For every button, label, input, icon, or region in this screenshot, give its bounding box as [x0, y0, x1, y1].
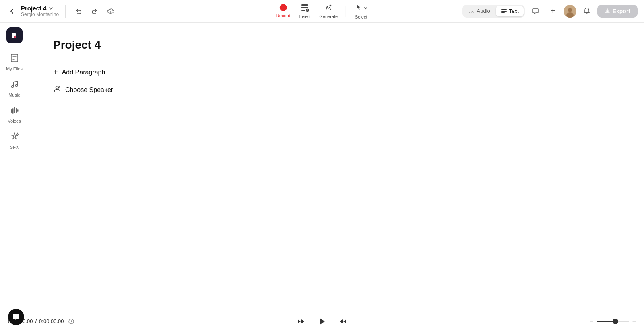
add-collaborator-button[interactable]: +	[546, 4, 560, 18]
svg-point-8	[568, 8, 572, 12]
notifications-button[interactable]	[580, 4, 594, 18]
chat-icon	[531, 7, 539, 15]
rewind-icon	[296, 317, 306, 326]
project-heading: Project 4	[53, 39, 620, 51]
sidebar: My Files Music V	[0, 23, 29, 309]
undo-icon	[75, 8, 82, 15]
undo-button[interactable]	[72, 5, 85, 18]
sidebar-item-myfiles[interactable]: My Files	[2, 50, 27, 74]
time-separator: /	[35, 318, 37, 324]
svg-point-20	[56, 86, 59, 89]
text-mode-button[interactable]: Text	[496, 6, 524, 16]
add-paragraph-label: Add Paragraph	[62, 69, 105, 76]
select-arrow-icon	[364, 6, 368, 10]
svg-rect-6	[501, 12, 505, 13]
export-button[interactable]: Export	[597, 5, 638, 18]
chat-button[interactable]	[528, 4, 543, 18]
svg-rect-15	[11, 109, 12, 113]
myfiles-icon	[10, 53, 19, 65]
header: Project 4 Sergio Montanino	[0, 0, 644, 23]
generate-icon	[324, 3, 333, 13]
music-icon	[10, 79, 19, 91]
sidebar-item-voices[interactable]: Voices	[2, 102, 27, 127]
redo-button[interactable]	[88, 5, 101, 18]
generate-label: Generate	[319, 14, 338, 19]
header-right: Audio Text +	[462, 4, 638, 18]
insert-label: Insert	[299, 14, 311, 19]
generate-button[interactable]: Generate	[316, 2, 341, 21]
add-paragraph-button[interactable]: + Add Paragraph	[53, 64, 620, 80]
record-button[interactable]: Record	[273, 2, 293, 20]
back-button[interactable]	[6, 6, 18, 17]
main-content: My Files Music V	[0, 23, 644, 309]
editor-area: Project 4 + Add Paragraph Choose Speaker	[29, 23, 644, 309]
project-title-row[interactable]: Project 4	[21, 5, 59, 12]
voices-icon	[10, 105, 19, 117]
choose-speaker-button[interactable]: Choose Speaker	[53, 82, 620, 98]
volume-slider[interactable]	[597, 321, 629, 322]
logo-icon	[9, 30, 20, 41]
total-time: 0:00:00.00	[39, 318, 64, 324]
chat-bubble-icon	[12, 313, 20, 321]
sfx-label: SFX	[10, 145, 19, 150]
svg-rect-1	[301, 7, 308, 8]
toolbar-divider	[346, 6, 346, 17]
svg-rect-18	[16, 108, 17, 113]
svg-rect-0	[301, 4, 308, 6]
cloud-icon	[107, 7, 115, 15]
audio-mode-button[interactable]: Audio	[464, 6, 495, 16]
text-icon	[501, 8, 507, 14]
header-left: Project 4 Sergio Montanino	[6, 5, 117, 18]
choose-speaker-icon	[53, 85, 61, 95]
export-label: Export	[613, 8, 630, 14]
add-icon: +	[551, 6, 555, 16]
header-divider	[65, 5, 66, 18]
project-title: Project 4	[21, 5, 46, 12]
forward-button[interactable]	[336, 314, 350, 329]
bell-icon	[583, 7, 591, 15]
app-logo	[6, 27, 23, 43]
player-controls	[95, 314, 549, 329]
volume-minus-button[interactable]: −	[590, 318, 593, 325]
record-label: Record	[276, 13, 290, 18]
avatar-image	[564, 5, 576, 18]
forward-icon	[338, 317, 348, 326]
sidebar-item-sfx[interactable]: SFX	[2, 128, 27, 153]
avatar[interactable]	[564, 5, 576, 18]
select-button[interactable]: Select	[351, 2, 371, 21]
svg-rect-4	[501, 9, 507, 10]
voices-label: Voices	[8, 119, 21, 123]
chevron-down-icon	[48, 6, 54, 11]
svg-rect-19	[17, 109, 19, 112]
play-button[interactable]	[315, 314, 329, 329]
project-subtitle: Sergio Montanino	[21, 12, 59, 17]
svg-rect-11	[14, 36, 16, 38]
volume-plus-button[interactable]: +	[632, 318, 636, 325]
chat-bubble-button[interactable]	[8, 309, 24, 325]
player-right: − +	[555, 318, 636, 325]
select-icon	[354, 3, 363, 13]
cloud-save-button[interactable]	[104, 5, 117, 18]
svg-rect-5	[501, 11, 507, 12]
audio-mode-label: Audio	[477, 8, 490, 14]
export-icon	[605, 8, 610, 14]
choose-speaker-label: Choose Speaker	[65, 86, 113, 94]
record-icon	[280, 4, 287, 12]
select-label: Select	[355, 14, 367, 19]
timer-icon	[68, 318, 74, 325]
svg-rect-17	[14, 107, 15, 113]
svg-rect-2	[301, 10, 305, 11]
add-paragraph-icon: +	[53, 68, 58, 77]
insert-icon	[300, 3, 309, 13]
project-info: Project 4 Sergio Montanino	[21, 5, 59, 17]
rewind-button[interactable]	[294, 314, 308, 329]
svg-rect-16	[12, 108, 14, 114]
player-bar: 0:00:00.00 / 0:00:00.00 −	[0, 309, 644, 333]
center-toolbar: Record Insert Generate	[273, 2, 371, 21]
text-mode-label: Text	[509, 8, 519, 14]
myfiles-label: My Files	[6, 66, 23, 71]
music-label: Music	[8, 92, 20, 97]
insert-button[interactable]: Insert	[295, 2, 314, 21]
play-icon	[316, 315, 328, 328]
sidebar-item-music[interactable]: Music	[2, 76, 27, 101]
